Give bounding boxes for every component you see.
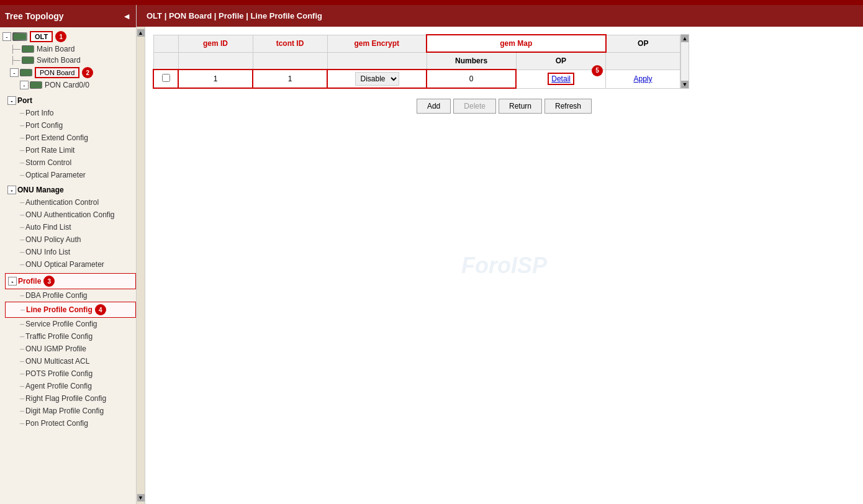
auth-control-label: Authentication Control	[25, 198, 99, 207]
pon-board-badge: 2	[82, 67, 93, 78]
row-detail-cell: Detail 5	[516, 70, 605, 88]
row-checkbox-cell[interactable]	[153, 70, 178, 88]
apply-link[interactable]: Apply	[633, 74, 652, 83]
nav-port-rate-limit[interactable]: ─ Port Rate Limit	[5, 144, 136, 156]
th-gem-encrypt: gem Encrypt	[327, 35, 427, 52]
auto-find-list-label: Auto Find List	[25, 223, 71, 232]
nav-line-profile-config[interactable]: ─ Line Profile Config 4	[5, 302, 136, 318]
nav-auto-find-list[interactable]: ─ Auto Find List	[5, 221, 136, 233]
tree-item-pon-board[interactable]: - PON Board 2	[0, 66, 136, 79]
add-button[interactable]: Add	[417, 99, 451, 114]
buttons-row: Add Delete Return Refresh	[153, 99, 856, 114]
nav-onu-optical-param[interactable]: ─ ONU Optical Parameter	[5, 258, 136, 271]
nav-auth-control[interactable]: ─ Authentication Control	[5, 196, 136, 209]
nav-onu-policy-auth[interactable]: ─ ONU Policy Auth	[5, 233, 136, 246]
tree-item-main-board[interactable]: ├─ Main Board	[0, 43, 136, 55]
onu-manage-section: - ONU Manage ─ Authentication Control ─ …	[0, 181, 136, 271]
sidebar-title: Tree Topology	[5, 11, 64, 21]
switch-board-icon	[22, 56, 34, 64]
encrypt-select[interactable]: Disable Enable	[355, 72, 399, 86]
row-tcont-id: 1	[253, 70, 327, 88]
tree-item-pon-card[interactable]: - PON Card0/0	[0, 79, 136, 91]
table-scroll-down[interactable]: ▼	[681, 81, 689, 88]
line-profile-config-label: Line Profile Config	[26, 305, 93, 314]
nav-onu-igmp-profile[interactable]: ─ ONU IGMP Profile	[5, 343, 136, 355]
nav-dba-profile-config[interactable]: ─ DBA Profile Config	[5, 289, 136, 302]
nav-onu-multicast-acl[interactable]: ─ ONU Multicast ACL	[5, 355, 136, 367]
nav-pots-profile-config[interactable]: ─ POTS Profile Config	[5, 367, 136, 380]
onu-igmp-profile-label: ONU IGMP Profile	[25, 344, 86, 353]
nav-port-info[interactable]: ─ Port Info	[5, 107, 136, 119]
tree-line2: ├─	[10, 56, 20, 65]
onu-manage-toggle[interactable]: -	[7, 186, 16, 194]
th-sub-encrypt	[327, 52, 427, 70]
main-board-icon	[22, 45, 34, 53]
table-scrollbar[interactable]: ▲ ▼	[680, 34, 689, 89]
row-checkbox[interactable]	[162, 74, 170, 82]
scroll-up[interactable]: ▲	[137, 29, 145, 37]
nav-port-extend-config[interactable]: ─ Port Extend Config	[5, 132, 136, 144]
table-scroll-up[interactable]: ▲	[681, 35, 689, 42]
watermark: ForoISP	[461, 253, 547, 279]
nav-service-profile-config[interactable]: ─ Service Profile Config	[5, 318, 136, 330]
agent-profile-config-label: Agent Profile Config	[25, 382, 92, 390]
th-sub-op	[606, 52, 680, 70]
content-area: OLT | PON Board | Profile | Line Profile…	[137, 5, 863, 504]
port-toggle[interactable]: -	[7, 96, 16, 105]
nav-agent-profile-config[interactable]: ─ Agent Profile Config	[5, 380, 136, 392]
optical-parameter-label: Optical Parameter	[25, 171, 86, 179]
tree-toggle-pon-card[interactable]: -	[20, 81, 29, 89]
olt-label: OLT	[30, 31, 53, 42]
onu-manage-header[interactable]: - ONU Manage	[5, 184, 136, 196]
profile-section: - Profile 3 ─ DBA Profile Config ─ Line …	[0, 271, 136, 430]
return-button[interactable]: Return	[499, 99, 542, 114]
nav-right-flag-profile-config[interactable]: ─ Right Flag Profile Config	[5, 392, 136, 405]
sidebar-scrollbar[interactable]: ▲ ▼	[137, 27, 145, 504]
th-op: OP	[606, 35, 680, 52]
breadcrumb: OLT | PON Board | Profile | Line Profile…	[137, 5, 863, 27]
onu-optical-param-label: ONU Optical Parameter	[25, 260, 104, 269]
delete-button[interactable]: Delete	[453, 99, 496, 114]
olt-badge: 1	[55, 31, 66, 42]
onu-manage-label: ONU Manage	[17, 186, 64, 194]
nav-traffic-profile-config[interactable]: ─ Traffic Profile Config	[5, 330, 136, 343]
nav-onu-auth-config[interactable]: ─ ONU Authentication Config	[5, 209, 136, 221]
sidebar-content: - OLT 1 ├─ Main Board ├─ Switch Board -	[0, 27, 136, 504]
detail-link[interactable]: Detail	[548, 73, 574, 85]
nav-pon-protect-config[interactable]: ─ Pon Protect Config	[5, 417, 136, 430]
sidebar-header: Tree Topology ◄	[0, 5, 136, 27]
nav-onu-info-list[interactable]: ─ ONU Info List	[5, 246, 136, 258]
row-numbers: 0	[427, 70, 516, 88]
onu-policy-auth-label: ONU Policy Auth	[25, 235, 81, 244]
top-bar	[0, 0, 863, 5]
table-row: 1 1 Disable Enable 0	[153, 70, 680, 88]
onu-auth-config-label: ONU Authentication Config	[25, 210, 114, 219]
tree-item-olt[interactable]: - OLT 1	[0, 30, 136, 43]
pots-profile-config-label: POTS Profile Config	[25, 369, 93, 378]
tree-toggle-olt[interactable]: -	[2, 32, 11, 41]
nav-storm-control[interactable]: ─ Storm Control	[5, 156, 136, 169]
th-sub-gem-id	[178, 52, 253, 70]
scroll-down[interactable]: ▼	[137, 494, 145, 502]
tree-toggle-pon[interactable]: -	[10, 68, 19, 77]
th-sub-empty	[153, 52, 178, 70]
right-flag-profile-config-label: Right Flag Profile Config	[25, 394, 106, 403]
sidebar-arrow[interactable]: ◄	[122, 11, 131, 21]
table-container: gem ID tcont ID gem Encrypt gem Map OP	[153, 34, 856, 89]
profile-toggle[interactable]: -	[8, 277, 17, 286]
nav-optical-parameter[interactable]: ─ Optical Parameter	[5, 169, 136, 181]
profile-header[interactable]: - Profile 3	[5, 273, 136, 289]
th-tcont-id: tcont ID	[253, 35, 327, 52]
line-profile-badge: 4	[95, 304, 106, 315]
port-section-header[interactable]: - Port	[5, 94, 136, 107]
row-gem-id: 1	[178, 70, 253, 88]
pon-protect-config-label: Pon Protect Config	[25, 419, 88, 428]
refresh-button[interactable]: Refresh	[544, 99, 592, 114]
tree-item-switch-board[interactable]: ├─ Switch Board	[0, 55, 136, 66]
nav-digit-map-profile-config[interactable]: ─ Digit Map Profile Config	[5, 405, 136, 417]
nav-port-config[interactable]: ─ Port Config	[5, 119, 136, 132]
storm-control-label: Storm Control	[25, 158, 71, 167]
th-gem-id: gem ID	[178, 35, 253, 52]
watermark-text: ForoISP	[461, 253, 547, 278]
onu-multicast-acl-label: ONU Multicast ACL	[25, 357, 89, 366]
